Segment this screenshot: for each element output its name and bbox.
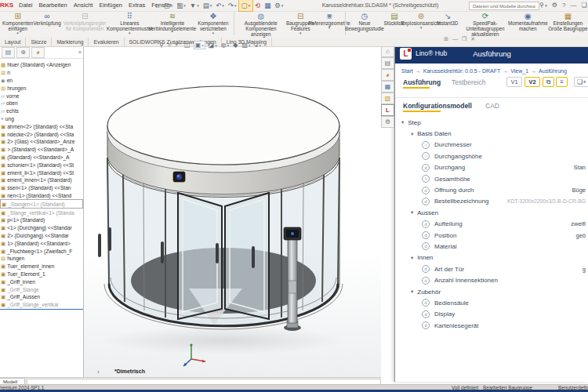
redo-icon[interactable]: ↷▾ [226, 0, 238, 11]
step-group-zubehör[interactable]: ▾Zubehör [395, 286, 588, 297]
minimize-icon[interactable]: — [570, 0, 576, 11]
tree-item[interactable]: ▣schonier<1> (Standard) <<St [0, 161, 83, 169]
model-sensor[interactable] [173, 172, 185, 182]
tree-flyout-chevron-icon[interactable]: › [97, 368, 100, 376]
collapse-icon[interactable]: ▾ [411, 289, 413, 295]
tab-layout[interactable]: Layout [0, 38, 26, 46]
tab-skizze[interactable]: Skizze [26, 38, 52, 46]
search-box[interactable] [469, 2, 539, 10]
ribbon-ausgeblendete-komponenten-anzeigen[interactable]: ◍Ausgeblendete Komponenten anzeigen [237, 11, 285, 37]
copy-button[interactable]: ⧉ [543, 77, 554, 87]
model-canopy-top[interactable] [107, 86, 339, 165]
step-field-art-der-tür[interactable]: dArt der Türg [395, 263, 588, 274]
taskpane-design-library-icon[interactable]: ▤ [381, 57, 394, 69]
previous-view-icon[interactable]: ↶ [174, 42, 181, 49]
tree-item[interactable]: ▣Tuer_element_innen [0, 263, 83, 270]
breadcrumb-view-1[interactable]: View_1 [510, 68, 528, 74]
help-icon[interactable]: ? [562, 0, 565, 11]
search-input[interactable] [471, 3, 537, 9]
tab-testbereich[interactable]: Testbereich [452, 78, 485, 86]
tree-item[interactable]: ▣_Griff_Aussen [0, 293, 83, 301]
doc-new-window-icon[interactable]: ⊞ [444, 36, 448, 42]
breadcrumb-start[interactable]: Start [401, 68, 413, 74]
menu-extras[interactable]: Extras [125, 0, 148, 11]
step-field-gesamthöhe[interactable]: iGesamthöhe [395, 173, 588, 184]
tree-item[interactable]: ▤hungen [0, 255, 83, 263]
collapse-icon[interactable]: ▾ [411, 131, 413, 137]
doc-restore-icon[interactable]: ❐ [462, 36, 466, 42]
ribbon-referenzgeometrie[interactable]: ⋇Referenzgeometrie▾ [316, 11, 343, 37]
ribbon-intelligente-verbindungselemente[interactable]: ≋Intelligente Verbindungselemente [150, 11, 194, 37]
hide-show-items-icon[interactable]: ◍▾ [220, 42, 230, 49]
taskpane-custom-properties-icon[interactable]: ▧ [381, 93, 394, 104]
model-door-leaf-right[interactable] [225, 193, 269, 319]
zoom-area-icon[interactable]: ⌗ [167, 42, 172, 49]
tree-item[interactable]: ▱vorne [0, 92, 83, 100]
taskpane-appearances-icon[interactable]: ◕ [381, 69, 394, 81]
step-field-display[interactable]: dDisplay [395, 309, 588, 320]
tree-item[interactable]: ▩htuer (Standard) <Anzeigen [0, 61, 83, 69]
taskpane-home-icon[interactable]: ⌂ [381, 45, 394, 57]
tree-item[interactable]: ▣ahmen<2> (Standard) <<Sta [0, 122, 83, 130]
tab-markierung[interactable]: Markierung [52, 38, 89, 46]
subtab-cad[interactable]: CAD [485, 102, 499, 110]
zoom-fit-icon[interactable]: ⚲ [158, 42, 165, 49]
settings-icon[interactable]: ⚙ [552, 0, 557, 11]
step-field-bediensäule[interactable]: dBediensäule [395, 297, 588, 308]
tree-item[interactable]: ▣Tuer_Element_1 [0, 270, 83, 278]
edit-appearance-icon[interactable]: ◆ [232, 42, 238, 49]
tree-item[interactable]: ▣2> (Durchgang) <<Standar [0, 232, 83, 240]
step-group-innen[interactable]: ▾Innen [395, 252, 588, 263]
tree-item[interactable]: ▣<1> (Durchgang) <<Standar [0, 224, 83, 232]
step-field-durchmesser[interactable]: iDurchmesser [395, 140, 588, 151]
view-orientation-icon[interactable]: ▣▾ [194, 41, 205, 49]
collapse-icon[interactable]: ▾ [411, 255, 413, 261]
ribbon-komponenten-verschieben[interactable]: ✥Komponenten verschieben▾ [194, 11, 231, 37]
subtab-konfigurationsmodell[interactable]: Konfigurationsmodell [403, 102, 472, 110]
step-field-material[interactable]: dMaterial [395, 241, 588, 252]
ribbon-speedpak-unterbaugruppen-aktualisieren[interactable]: ⟳SpeedPak-Unterbaugruppen aktualisieren [461, 11, 510, 37]
step-field-durchgang[interactable]: dDurchgangStan [395, 162, 588, 173]
tree-item[interactable]: ▣2> (Glas) <<Standard>_Anze [0, 138, 83, 146]
tree-item[interactable]: ◉en [0, 77, 83, 85]
collapse-icon[interactable]: ▾ [411, 209, 413, 216]
step-group-basis-daten[interactable]: ▾Basis Daten [395, 128, 588, 139]
tree-item[interactable]: ▱oben [0, 100, 83, 107]
ribbon-lineares-komponentenmuster[interactable]: ⠿Lineares Komponentenmuster▾ [109, 11, 150, 37]
ribbon-komponenten-einfügen[interactable]: ⊞Komponenten einfügen▾ [2, 11, 34, 37]
taskpane-view-palette-icon[interactable]: ▦ [381, 81, 394, 93]
menu-bearbeiten[interactable]: Bearbeiten [36, 0, 71, 11]
tree-item[interactable]: ▣ndecke<2> (Standard) <<Sta [0, 130, 83, 138]
menu-einfügen[interactable]: Einfügen [96, 0, 125, 11]
displaymanager-tab-icon[interactable]: ◕ [31, 47, 45, 58]
tab-evaluieren[interactable]: Evaluieren [89, 38, 124, 46]
save-icon[interactable]: ▼▾ [187, 0, 201, 11]
home-icon[interactable]: ⌂ [154, 0, 162, 11]
featuremanager-tab-icon[interactable]: ▤ [2, 47, 15, 58]
ribbon-momentaufnahme-machen[interactable]: ◉Momentaufnahme machen [510, 11, 546, 37]
undo-icon[interactable]: ↶▾ [214, 0, 227, 11]
breadcrumb-ausführung[interactable]: Ausführung [539, 68, 567, 74]
view-settings-icon[interactable]: ◒▾ [254, 42, 262, 49]
display-style-icon[interactable]: ◪▾ [208, 42, 218, 49]
new-document-button[interactable]: ❏+ [574, 77, 588, 87]
taskpane-settings-icon[interactable]: ⚙ [381, 116, 394, 128]
restore-icon[interactable]: ❏ [581, 0, 586, 11]
tree-item[interactable]: ▣ement_li<1> (Standard) <<St [0, 169, 83, 176]
tree-item[interactable]: ▤hrungen [0, 84, 83, 92]
version-v1-button[interactable]: V1 [506, 77, 522, 87]
file-properties-icon[interactable]: ▦ [263, 0, 273, 11]
step-group-step[interactable]: ▾Step [395, 117, 588, 128]
doc-close-icon[interactable]: ✕ [470, 36, 475, 42]
menu-list-button[interactable]: ≡ [556, 77, 568, 87]
step-group-aussen[interactable]: ▾Aussen [395, 207, 588, 218]
tree-item[interactable]: ▣_Griff_Stange_vertikal [0, 301, 83, 310]
tree-item[interactable]: ▣nen<1> (Standard) <<Stand [0, 192, 83, 200]
step-field-aufteilung[interactable]: dAufteilungzweifl [395, 219, 588, 230]
menu-ansicht[interactable]: Ansicht [71, 0, 96, 11]
step-field-anzahl-innensektionen[interactable]: dAnzahl Innensektionen [395, 274, 588, 285]
tree-item[interactable]: ▣ement_innen<1> (Standard) [0, 176, 83, 184]
tree-item[interactable]: ▣_Stange_vertikal<1> (Standa [0, 209, 83, 216]
step-field-öffnung-durch[interactable]: dÖffnung durchBüge [395, 184, 588, 195]
tree-item[interactable]: ▣_Fluchtweg<1> (Zweifach_F [0, 247, 83, 255]
